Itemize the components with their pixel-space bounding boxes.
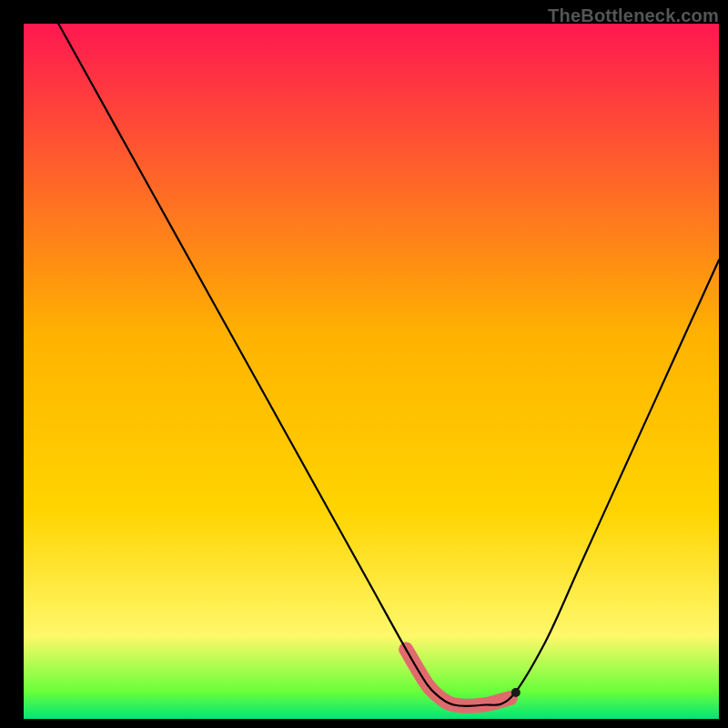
chart-stage: TheBottleneck.com xyxy=(0,0,728,728)
marker-dot xyxy=(511,688,521,697)
watermark-label: TheBottleneck.com xyxy=(548,5,719,26)
plot-area xyxy=(24,24,719,719)
chart-svg xyxy=(0,0,728,728)
